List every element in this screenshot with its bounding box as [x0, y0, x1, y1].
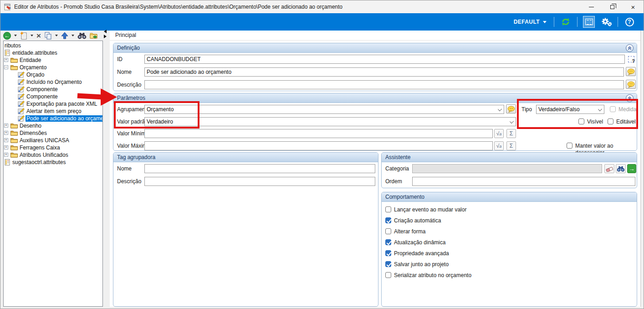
delete-button[interactable]: × — [36, 31, 42, 40]
tree-expander-icon[interactable] — [4, 138, 8, 142]
collapse-section-button[interactable] — [626, 44, 634, 52]
tree-item[interactable]: Dimensões — [4, 129, 102, 137]
new-dropdown-caret-icon[interactable] — [31, 35, 33, 36]
categoria-input — [412, 164, 602, 173]
valor-maximo-input[interactable] — [144, 141, 493, 150]
restore-button[interactable] — [602, 0, 623, 13]
comportamento-option[interactable]: Serializar atributo no orçamento — [382, 270, 637, 281]
tree-item[interactable]: Auxiliares UNICASA — [4, 137, 102, 144]
manter-valor-checkbox[interactable] — [567, 143, 572, 149]
tipo-combobox[interactable]: Verdadeiro/Falso — [536, 105, 604, 114]
go-arrow-icon: → — [629, 165, 635, 172]
id-picker-button[interactable] — [626, 55, 636, 64]
option-checkbox[interactable] — [385, 272, 391, 278]
find-button[interactable] — [77, 31, 87, 40]
find-binoculars-icon — [77, 32, 87, 39]
agrupamento-comment-button[interactable] — [506, 104, 516, 113]
tree-item[interactable]: Exportação para pacote XML — [4, 100, 102, 108]
move-up-button[interactable] — [60, 31, 69, 40]
comportamento-option[interactable]: Criação automática — [382, 215, 637, 226]
medida-checkbox[interactable] — [610, 106, 616, 112]
back-button[interactable]: ← — [2, 31, 12, 40]
option-checkbox[interactable] — [385, 261, 391, 267]
option-checkbox[interactable] — [385, 228, 391, 234]
nome-comment-button[interactable] — [626, 67, 636, 76]
option-checkbox[interactable] — [385, 239, 391, 245]
copy-button[interactable] — [43, 31, 53, 40]
settings-gears-icon — [601, 17, 612, 27]
option-checkbox[interactable] — [385, 250, 391, 256]
refresh-icon — [561, 17, 571, 26]
valor-padrao-combobox[interactable]: Verdadeiro — [144, 117, 516, 126]
copy-dropdown-caret-icon[interactable] — [55, 35, 58, 36]
collapse-left-icon[interactable] — [104, 30, 107, 33]
tree-expander-icon[interactable] — [4, 131, 8, 135]
categoria-search-button[interactable] — [616, 164, 626, 173]
descricao-input[interactable] — [144, 80, 624, 89]
id-input[interactable] — [144, 55, 625, 64]
tree-item[interactable]: ributos — [4, 42, 102, 49]
tree-item[interactable]: Pode ser adicionado ao orçamento — [4, 115, 102, 122]
expand-right-icon[interactable] — [104, 35, 107, 38]
tree-expander-icon[interactable] — [4, 145, 8, 149]
tree-item[interactable]: Alertar item sem preço — [4, 108, 102, 115]
tree-expander-icon[interactable] — [4, 65, 8, 69]
comportamento-option[interactable]: Salvar junto ao projeto — [382, 259, 637, 270]
tree-item[interactable]: Atributos Unificados — [4, 151, 102, 159]
categoria-clear-button[interactable] — [604, 164, 614, 173]
tag-nome-input[interactable] — [144, 164, 375, 173]
ordem-input[interactable] — [412, 177, 635, 186]
tree-item[interactable]: Componente — [4, 93, 102, 100]
tab-principal[interactable]: Principal — [115, 32, 136, 38]
collapse-section-button[interactable] — [626, 94, 634, 102]
tree-expander-icon[interactable] — [4, 58, 8, 62]
tree-item[interactable]: Incluído no Orçamento — [4, 78, 102, 86]
tree-expander-icon[interactable] — [4, 153, 8, 157]
minimize-button[interactable] — [581, 0, 602, 13]
tree-item[interactable]: Orçado — [4, 71, 102, 78]
categoria-go-button[interactable]: → — [627, 164, 636, 173]
comportamento-option[interactable]: Lançar evento ao mudar valor — [382, 204, 637, 215]
tree-item[interactable]: entidade.attributes — [4, 49, 102, 57]
agrupamento-combobox[interactable]: Orçamento — [144, 105, 504, 114]
agrupamento-value: Orçamento — [147, 106, 174, 113]
moveup-dropdown-caret-icon[interactable] — [72, 35, 74, 36]
editavel-label: Editável — [616, 118, 636, 125]
valor-minimo-formula-button[interactable]: √a — [494, 129, 504, 138]
valor-maximo-sum-button[interactable]: Σ — [506, 141, 516, 150]
comportamento-option[interactable]: Atualização dinâmica — [382, 237, 637, 248]
tree-item[interactable]: sugestaoctrl.attributes — [4, 159, 102, 166]
export-button[interactable] — [89, 31, 100, 40]
move-up-icon — [61, 32, 68, 39]
valor-maximo-formula-button[interactable]: √a — [494, 141, 504, 150]
tree-item[interactable]: Orçamento — [4, 64, 102, 71]
new-item-button[interactable] — [19, 31, 28, 40]
back-dropdown-caret-icon[interactable] — [14, 35, 17, 36]
comportamento-option[interactable]: Propriedade avançada — [382, 248, 637, 259]
profile-label: DEFAULT — [514, 19, 540, 25]
close-button[interactable]: × — [623, 0, 644, 13]
tree-expander-icon[interactable] — [4, 124, 8, 128]
descricao-comment-button[interactable] — [626, 80, 636, 89]
profile-selector[interactable]: DEFAULT — [514, 19, 547, 25]
comportamento-option[interactable]: Alterar forma — [382, 226, 637, 237]
visivel-checkbox[interactable] — [578, 118, 584, 124]
valor-minimo-input[interactable] — [144, 129, 493, 138]
refresh-button[interactable] — [560, 16, 572, 28]
settings-button[interactable] — [600, 16, 612, 28]
tree-item[interactable]: Ferragens Caixa — [4, 144, 102, 151]
section-title: Tag agrupadora — [117, 154, 155, 160]
properties-panel-button[interactable] — [583, 16, 595, 28]
editavel-checkbox[interactable] — [608, 118, 613, 124]
tree-item[interactable]: Entidade — [4, 57, 102, 64]
option-checkbox[interactable] — [385, 217, 391, 223]
tree-item[interactable]: Componente — [4, 86, 102, 93]
tag-descricao-input[interactable] — [144, 177, 375, 186]
help-button[interactable]: ? — [624, 16, 635, 28]
valor-minimo-sum-button[interactable]: Σ — [506, 129, 516, 138]
option-checkbox[interactable] — [385, 206, 391, 212]
nome-input[interactable] — [144, 67, 624, 77]
comment-bubble-icon — [507, 106, 515, 113]
tree-item[interactable]: Desenho — [4, 122, 102, 129]
panel-splitter[interactable] — [104, 29, 109, 39]
